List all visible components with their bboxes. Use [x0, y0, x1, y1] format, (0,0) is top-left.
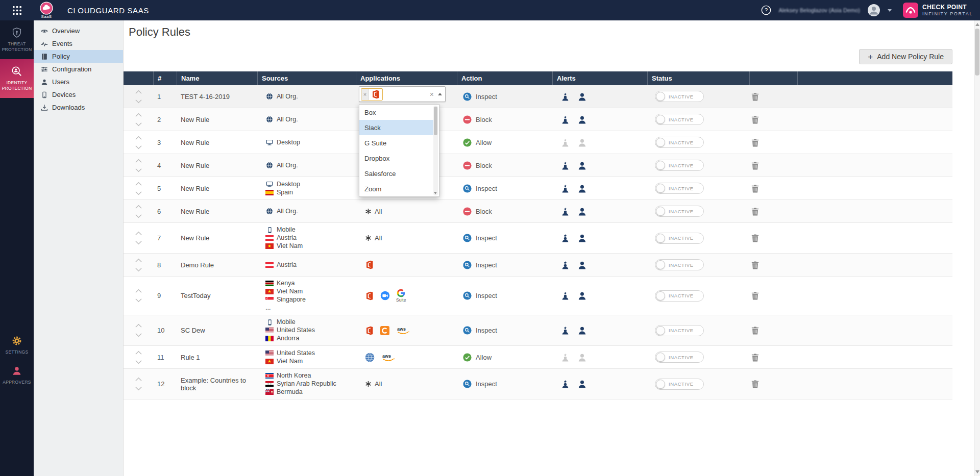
status-toggle[interactable]: INACTIVE: [655, 137, 704, 148]
admin-alert-icon[interactable]: [560, 92, 570, 102]
rule-applications[interactable]: aws: [356, 315, 457, 345]
admin-alert-icon[interactable]: [560, 233, 570, 243]
user-alert-icon[interactable]: [577, 138, 587, 147]
move-down-icon[interactable]: [135, 240, 142, 245]
status-toggle[interactable]: INACTIVE: [655, 352, 704, 363]
status-toggle[interactable]: INACTIVE: [655, 206, 704, 217]
user-alert-icon[interactable]: [577, 92, 587, 102]
admin-alert-icon[interactable]: [560, 325, 570, 335]
dropdown-scrollbar-thumb[interactable]: [434, 107, 437, 135]
move-down-icon[interactable]: [135, 145, 142, 149]
sidebar-item-approvers[interactable]: APPROVERS: [0, 360, 34, 390]
trash-icon[interactable]: [751, 380, 759, 388]
rule-action[interactable]: Inspect: [457, 177, 552, 199]
sidebar-item-overview[interactable]: Overview: [34, 24, 123, 37]
admin-alert-icon[interactable]: [560, 353, 570, 362]
user-alert-icon[interactable]: [577, 353, 587, 362]
admin-alert-icon[interactable]: [560, 291, 570, 300]
user-alert-icon[interactable]: [577, 379, 587, 389]
trash-icon[interactable]: [751, 138, 759, 147]
move-up-icon[interactable]: [135, 231, 142, 236]
page-scrollbar-thumb[interactable]: [975, 29, 979, 76]
sidebar-item-users[interactable]: Users: [34, 76, 123, 88]
chevron-up-icon[interactable]: [438, 93, 442, 95]
trash-icon[interactable]: [751, 207, 759, 216]
infinity-portal-brand[interactable]: CHECK POINT INFINITY PORTAL: [903, 3, 973, 18]
rule-action[interactable]: Inspect: [457, 369, 552, 399]
move-up-icon[interactable]: [135, 159, 142, 163]
rule-applications[interactable]: Suite: [356, 277, 457, 315]
user-alert-icon[interactable]: [577, 291, 587, 300]
user-alert-icon[interactable]: [577, 233, 587, 243]
dropdown-scroll-down-icon[interactable]: [434, 192, 437, 194]
trash-icon[interactable]: [751, 184, 759, 193]
add-policy-rule-button[interactable]: + Add New Policy Rule: [859, 49, 952, 64]
rule-applications[interactable]: aws: [356, 346, 457, 368]
sidebar-item-downloads[interactable]: Downloads: [34, 101, 123, 114]
sidebar-item-configuration[interactable]: Configuration: [34, 63, 123, 76]
status-toggle[interactable]: INACTIVE: [655, 290, 704, 302]
dropdown-option-salesforce[interactable]: Salesforce: [359, 166, 434, 181]
trash-icon[interactable]: [751, 326, 759, 335]
rule-action[interactable]: Inspect: [457, 85, 552, 108]
move-up-icon[interactable]: [135, 377, 142, 382]
admin-alert-icon[interactable]: [560, 115, 570, 124]
user-alert-icon[interactable]: [577, 325, 587, 335]
status-toggle[interactable]: INACTIVE: [655, 114, 704, 125]
move-down-icon[interactable]: [135, 360, 142, 364]
sidebar-item-identity-protection[interactable]: IDENTITY PROTECTION: [0, 59, 34, 98]
move-up-icon[interactable]: [135, 350, 142, 355]
trash-icon[interactable]: [751, 291, 759, 300]
rule-applications[interactable]: [356, 254, 457, 276]
move-up-icon[interactable]: [135, 90, 142, 94]
rule-action[interactable]: Block: [457, 200, 552, 222]
app-grid-icon[interactable]: [0, 6, 34, 15]
move-down-icon[interactable]: [135, 214, 142, 218]
dropdown-clear-button[interactable]: ×: [427, 90, 437, 98]
page-scrollbar[interactable]: [974, 20, 980, 476]
rule-action[interactable]: Block: [457, 108, 552, 131]
help-icon[interactable]: ?: [761, 5, 771, 15]
trash-icon[interactable]: [751, 234, 759, 242]
move-up-icon[interactable]: [135, 136, 142, 140]
user-alert-icon[interactable]: [577, 184, 587, 193]
move-up-icon[interactable]: [135, 182, 142, 186]
admin-alert-icon[interactable]: [560, 207, 570, 216]
trash-icon[interactable]: [751, 115, 759, 124]
move-up-icon[interactable]: [135, 289, 142, 293]
user-alert-icon[interactable]: [577, 207, 587, 216]
dropdown-option-g-suite[interactable]: G Suite: [359, 135, 434, 151]
rule-applications[interactable]: All: [356, 369, 457, 399]
status-toggle[interactable]: INACTIVE: [655, 91, 704, 102]
sidebar-item-devices[interactable]: Devices: [34, 88, 123, 101]
move-up-icon[interactable]: [135, 113, 142, 117]
scroll-down-icon[interactable]: [975, 470, 979, 473]
sidebar-item-policy[interactable]: Policy: [34, 50, 123, 63]
applications-select-input[interactable]: × ×: [359, 86, 446, 102]
admin-alert-icon[interactable]: [560, 138, 570, 147]
rule-action[interactable]: Inspect: [457, 223, 552, 253]
status-toggle[interactable]: INACTIVE: [655, 379, 704, 390]
move-down-icon[interactable]: [135, 99, 142, 104]
move-up-icon[interactable]: [135, 258, 142, 263]
dropdown-option-box[interactable]: Box: [359, 105, 434, 120]
trash-icon[interactable]: [751, 353, 759, 362]
move-down-icon[interactable]: [135, 267, 142, 272]
move-down-icon[interactable]: [135, 122, 142, 127]
user-alert-icon[interactable]: [577, 161, 587, 170]
user-alert-icon[interactable]: [577, 115, 587, 124]
trash-icon[interactable]: [751, 161, 759, 170]
rule-action[interactable]: Allow: [457, 131, 552, 154]
move-up-icon[interactable]: [135, 323, 142, 328]
sidebar-item-events[interactable]: Events: [34, 37, 123, 50]
dropdown-option-slack[interactable]: Slack: [359, 120, 434, 135]
move-down-icon[interactable]: [135, 298, 142, 303]
trash-icon[interactable]: [751, 261, 759, 269]
trash-icon[interactable]: [751, 92, 759, 101]
dropdown-scrollbar[interactable]: [433, 106, 438, 195]
avatar[interactable]: [867, 4, 880, 17]
sidebar-item-settings[interactable]: SETTINGS: [0, 330, 34, 360]
chevron-down-icon[interactable]: [888, 9, 892, 12]
admin-alert-icon[interactable]: [560, 184, 570, 193]
move-up-icon[interactable]: [135, 205, 142, 209]
